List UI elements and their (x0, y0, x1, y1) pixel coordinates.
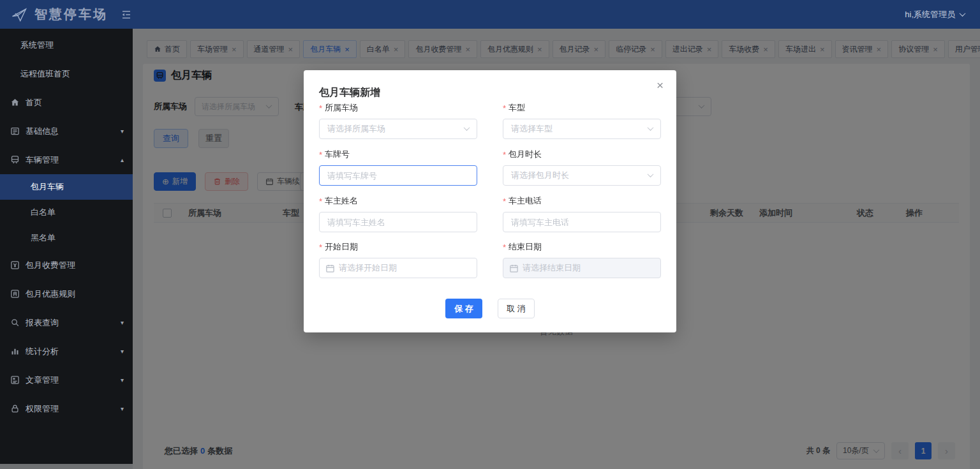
field-group-start-date: *开始日期 请选择开始日期 (319, 241, 477, 278)
caret-down-icon: ▾ (121, 348, 124, 355)
sidebar-subitem-whitelist[interactable]: 白名单 (0, 200, 133, 225)
lock-icon (10, 404, 20, 413)
sidebar-item-remote-duty-home[interactable]: 远程值班首页 (0, 59, 133, 88)
required-mark: * (319, 150, 322, 160)
moon-icon (10, 289, 20, 299)
owner-name-input[interactable] (319, 212, 477, 232)
lot-select[interactable]: 请选择所属车场 (319, 119, 477, 139)
logo-icon (10, 6, 28, 24)
caret-down-icon: ▾ (121, 405, 124, 412)
duration-select[interactable]: 请选择包月时长 (503, 165, 661, 186)
user-name: hi,系统管理员 (905, 9, 955, 20)
calendar-icon (325, 264, 335, 273)
required-mark: * (319, 103, 322, 113)
required-mark: * (503, 103, 506, 113)
required-mark: * (503, 197, 506, 206)
plate-number-input[interactable] (319, 165, 477, 186)
user-menu[interactable]: hi,系统管理员 (905, 9, 965, 20)
save-button[interactable]: 保 存 (445, 299, 482, 318)
app-title: 智慧停车场 (34, 6, 108, 23)
required-mark: * (503, 150, 506, 160)
search-icon (10, 318, 20, 327)
sidebar-item-monthly-discount-rules[interactable]: 包月优惠规则 (0, 279, 133, 308)
vehicle-type-select[interactable]: 请选择车型 (503, 119, 661, 139)
sidebar-item-statistics[interactable]: 统计分析 ▾ (0, 337, 133, 366)
caret-up-icon: ▴ (121, 156, 124, 163)
close-icon[interactable]: × (657, 79, 664, 91)
field-group-vehicle-type: *车型 请选择车型 (503, 102, 661, 139)
field-group-owner-phone: *车主电话 (503, 195, 661, 232)
sidebar-item-report-query[interactable]: 报表查询 ▾ (0, 308, 133, 337)
field-group-owner-name: *车主姓名 (319, 195, 477, 232)
app-header: 智慧停车场 hi,系统管理员 (0, 0, 980, 29)
chevron-down-icon (648, 124, 654, 131)
end-date-picker[interactable]: 请选择结束日期 (503, 258, 661, 278)
sidebar-item-article-management[interactable]: 文章管理 ▾ (0, 366, 133, 394)
sidebar-subitem-monthly-vehicle[interactable]: 包月车辆 (0, 174, 133, 200)
sidebar-item-basic-info[interactable]: 基础信息 ▾ (0, 117, 133, 145)
required-mark: * (319, 242, 322, 252)
sidebar-subitem-blacklist[interactable]: 黑名单 (0, 225, 133, 251)
chart-icon (10, 346, 20, 356)
required-mark: * (503, 242, 506, 252)
owner-phone-input[interactable] (503, 212, 661, 232)
cancel-button[interactable]: 取 消 (498, 299, 535, 318)
home-icon (10, 98, 20, 107)
car-icon (10, 155, 20, 165)
chevron-down-icon (464, 124, 470, 131)
modal-title: 包月车辆新增 (319, 86, 380, 100)
sidebar: 系统管理 远程值班首页 首页 基础信息 ▾ 车辆管理 ▴ 包月车辆 白名单 黑名… (0, 29, 133, 464)
caret-down-icon: ▾ (121, 376, 124, 383)
field-group-plate-number: *车牌号 (319, 149, 477, 186)
sidebar-item-home[interactable]: 首页 (0, 88, 133, 117)
fee-icon (10, 260, 20, 270)
sidebar-item-system-management[interactable]: 系统管理 (0, 31, 133, 59)
sidebar-collapse-icon[interactable] (121, 9, 132, 20)
sidebar-item-permission-management[interactable]: 权限管理 ▾ (0, 394, 133, 423)
caret-down-icon: ▾ (121, 128, 124, 135)
caret-down-icon: ▾ (121, 319, 124, 326)
field-group-parking-lot: *所属车场 请选择所属车场 (319, 102, 477, 139)
article-icon (10, 375, 20, 385)
field-group-end-date: *结束日期 请选择结束日期 (503, 241, 661, 278)
list-icon (10, 126, 20, 136)
sidebar-item-vehicle-management[interactable]: 车辆管理 ▴ (0, 145, 133, 174)
sidebar-item-monthly-fee-management[interactable]: 包月收费管理 (0, 251, 133, 279)
add-monthly-vehicle-modal: 包月车辆新增 × *所属车场 请选择所属车场 *车型 请选择车型 *车牌号 *包… (304, 70, 676, 332)
field-group-duration: *包月时长 请选择包月时长 (503, 149, 661, 186)
calendar-icon (509, 264, 519, 273)
chevron-down-icon (960, 10, 966, 17)
chevron-down-icon (648, 171, 654, 177)
required-mark: * (319, 197, 322, 206)
start-date-picker[interactable]: 请选择开始日期 (319, 258, 477, 278)
